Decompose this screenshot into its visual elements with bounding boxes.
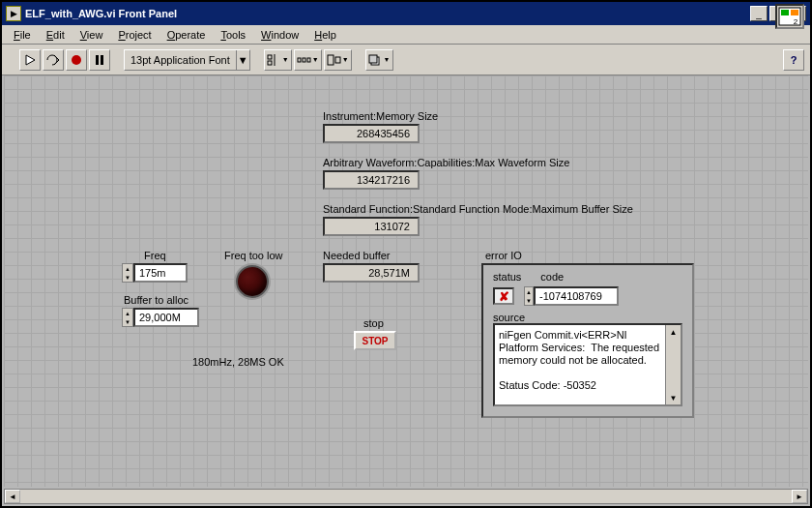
- svg-rect-8: [268, 61, 272, 65]
- freq-spinner[interactable]: ▲▼: [122, 263, 133, 283]
- error-status-led: ✘: [493, 287, 514, 305]
- chevron-down-icon[interactable]: ▼: [236, 50, 249, 70]
- svg-point-4: [72, 55, 81, 65]
- toolbar: 13pt Application Font ▼ ▼ ▼ ▼ ▼ ?: [2, 45, 810, 75]
- svg-rect-2: [791, 10, 798, 15]
- stop-label: stop: [363, 317, 384, 329]
- help-button[interactable]: ?: [783, 49, 804, 71]
- buffer-alloc-label: Buffer to alloc: [124, 294, 188, 306]
- block-diagram-icon[interactable]: 2: [775, 4, 804, 29]
- app-icon: ▶: [6, 6, 21, 21]
- menu-window[interactable]: Window: [253, 27, 306, 43]
- svg-rect-16: [369, 55, 377, 63]
- error-code-spinner[interactable]: ▲▼: [524, 286, 534, 306]
- freq-input[interactable]: 175m: [133, 263, 188, 283]
- svg-rect-6: [101, 55, 103, 65]
- font-selector[interactable]: 13pt Application Font ▼: [124, 49, 250, 71]
- front-panel: Instrument:Memory Size 268435456 Arbitra…: [4, 75, 808, 487]
- resize-button[interactable]: ▼: [324, 49, 352, 71]
- svg-rect-12: [307, 58, 310, 62]
- distribute-button[interactable]: ▼: [294, 49, 322, 71]
- menu-tools[interactable]: Tools: [213, 27, 253, 43]
- font-selector-label: 13pt Application Font: [125, 54, 236, 66]
- status-line: 180mHz, 28MS OK: [192, 356, 284, 368]
- svg-rect-14: [335, 57, 340, 63]
- menu-bar: File Edit View Project Operate Tools Win…: [2, 25, 810, 45]
- svg-rect-1: [781, 10, 789, 15]
- error-source-label: source: [487, 308, 688, 323]
- window-frame: ▶ ELF_with_AWG.vi Front Panel _ □ ✕ File…: [0, 0, 812, 508]
- menu-project[interactable]: Project: [110, 27, 159, 43]
- run-button[interactable]: [19, 49, 41, 71]
- max-waveform-value: 134217216: [323, 170, 420, 190]
- panel-horizontal-scrollbar[interactable]: ◄ ►: [4, 489, 808, 504]
- abort-button[interactable]: [66, 49, 87, 71]
- minimize-button[interactable]: _: [750, 6, 768, 21]
- max-buffer-value: 131072: [323, 217, 420, 236]
- menu-help[interactable]: Help: [306, 27, 344, 43]
- scroll-left-icon[interactable]: ◄: [5, 490, 20, 503]
- scroll-right-icon[interactable]: ►: [792, 490, 807, 503]
- window-title: ELF_with_AWG.vi Front Panel: [25, 8, 750, 19]
- menu-operate[interactable]: Operate: [160, 27, 214, 43]
- freq-too-low-led: [236, 265, 269, 298]
- svg-text:2: 2: [794, 17, 798, 26]
- buffer-alloc-input[interactable]: 29,000M: [133, 308, 199, 327]
- needed-buffer-label: Needed buffer: [323, 250, 391, 261]
- svg-rect-13: [328, 55, 334, 65]
- freq-label: Freq: [144, 250, 166, 261]
- error-cluster: status code ✘ ▲▼ -1074108769 source niFg…: [481, 263, 694, 418]
- error-source-scrollbar[interactable]: ▲▼: [665, 325, 681, 404]
- svg-rect-5: [96, 55, 99, 65]
- needed-buffer-value: 28,571M: [323, 263, 420, 283]
- svg-rect-10: [298, 58, 301, 62]
- max-buffer-label: Standard Function:Standard Function Mode…: [323, 203, 633, 215]
- error-cluster-label: error IO: [485, 250, 522, 261]
- error-code-label: code: [540, 271, 564, 283]
- svg-rect-11: [303, 58, 305, 62]
- run-continuous-button[interactable]: [43, 49, 64, 71]
- buffer-alloc-spinner[interactable]: ▲▼: [122, 308, 133, 327]
- error-source-text[interactable]: niFgen Commit.vi<ERR>NI Platform Service…: [493, 323, 682, 406]
- reorder-button[interactable]: ▼: [365, 49, 393, 71]
- align-button[interactable]: ▼: [264, 49, 292, 71]
- menu-file[interactable]: File: [6, 27, 39, 43]
- menu-edit[interactable]: Edit: [39, 27, 72, 43]
- memory-size-label: Instrument:Memory Size: [323, 110, 438, 122]
- freq-too-low-label: Freq too low: [224, 250, 283, 261]
- titlebar[interactable]: ▶ ELF_with_AWG.vi Front Panel _ □ ✕: [2, 2, 810, 25]
- menu-view[interactable]: View: [72, 27, 111, 43]
- memory-size-value: 268435456: [323, 124, 420, 143]
- error-status-label: status: [493, 271, 521, 283]
- error-code-value[interactable]: -1074108769: [534, 286, 619, 306]
- pause-button[interactable]: [89, 49, 110, 71]
- svg-rect-7: [268, 55, 272, 59]
- max-waveform-label: Arbitrary Waveform:Capabilities:Max Wave…: [323, 157, 569, 168]
- stop-button[interactable]: STOP: [354, 331, 396, 350]
